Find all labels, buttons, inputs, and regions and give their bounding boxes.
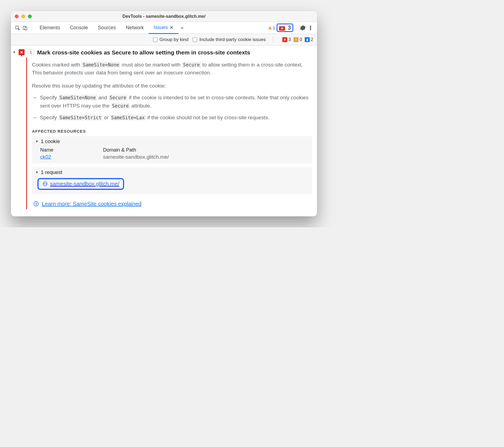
issue-content: Cookies marked with SameSite=None must a…: [26, 57, 314, 209]
tab-issues[interactable]: Issues ✕: [149, 22, 178, 34]
close-window-icon[interactable]: [15, 14, 19, 18]
request-circle-icon: [42, 181, 48, 187]
third-party-checkbox[interactable]: Include third-party cookie issues: [193, 37, 266, 42]
cookie-columns: Name Domain & Path: [40, 147, 309, 153]
filter-bar: Group by kind Include third-party cookie…: [11, 34, 317, 45]
issue-bullet-1: → Specify SameSite=None and Secure if th…: [32, 94, 312, 110]
issue-bullet-2: → Specify SameSite=Strict or SameSite=La…: [32, 114, 312, 121]
more-tabs-icon[interactable]: »: [178, 25, 186, 31]
tab-network[interactable]: Network: [121, 22, 149, 34]
cookies-count: 1 cookie: [41, 138, 60, 144]
col-name: Name: [40, 147, 103, 153]
issue-header-row[interactable]: ▼ ✕ 1 Mark cross-site cookies as Secure …: [13, 49, 314, 56]
request-link-outlined[interactable]: samesite-sandbox.glitch.me/: [37, 178, 124, 190]
svg-point-5: [310, 29, 311, 30]
minimize-window-icon[interactable]: [21, 14, 25, 18]
traffic-lights: [15, 14, 32, 18]
request-url: samesite-sandbox.glitch.me/: [50, 181, 119, 187]
svg-point-7: [34, 202, 39, 206]
issue-paragraph-2: Resolve this issue by updating the attri…: [32, 82, 312, 90]
issue-paragraph-1: Cookies marked with SameSite=None must a…: [32, 61, 312, 77]
info-count-item[interactable]: ▮ 2: [305, 37, 313, 42]
learn-more-link[interactable]: Learn more: SameSite cookies explained: [42, 201, 142, 207]
more-options-icon[interactable]: [307, 24, 314, 32]
cookie-name-link[interactable]: ck02: [40, 154, 51, 160]
tab-bar: Elements Console Sources Network Issues …: [11, 22, 317, 34]
issue-counts: ✕ 3 ! 0 ▮ 2: [282, 37, 313, 42]
third-party-input[interactable]: [193, 37, 197, 42]
error-count: 3: [288, 25, 291, 31]
warn-count-item[interactable]: ! 0: [294, 37, 302, 42]
col-domain: Domain & Path: [103, 147, 136, 153]
tab-console[interactable]: Console: [65, 22, 93, 34]
affected-requests: ▼ 1 request samesite-sandbox.glitch.me/: [32, 167, 312, 194]
warning-count: 1: [273, 25, 275, 30]
code-secure: Secure: [182, 62, 201, 68]
svg-rect-2: [25, 27, 27, 30]
triangle-down-icon: ▼: [35, 140, 39, 143]
separator-icon: [32, 25, 32, 31]
requests-count: 1 request: [41, 169, 62, 175]
group-by-kind-input[interactable]: [153, 37, 157, 42]
expand-icon[interactable]: ▼: [13, 49, 16, 54]
group-by-kind-label: Group by kind: [160, 37, 189, 42]
arrow-circle-icon: [33, 201, 39, 207]
arrow-icon: →: [32, 94, 37, 110]
svg-point-4: [310, 27, 311, 28]
tab-elements[interactable]: Elements: [35, 22, 65, 34]
svg-point-3: [310, 26, 311, 27]
warn-sq-icon: !: [294, 37, 298, 42]
issue-count-pill: 1: [27, 49, 34, 55]
requests-toggle[interactable]: ▼ 1 request: [35, 169, 309, 175]
window-title: DevTools - samesite-sandbox.glitch.me/: [11, 14, 317, 19]
cookie-row: ck02 samesite-sandbox.glitch.me/: [40, 154, 309, 160]
info-n: 2: [311, 37, 313, 42]
arrow-icon: →: [32, 114, 37, 121]
learn-more: Learn more: SameSite cookies explained: [33, 201, 312, 207]
cookies-toggle[interactable]: ▼ 1 cookie: [35, 138, 309, 144]
error-n: 3: [288, 37, 291, 42]
devtools-window: DevTools - samesite-sandbox.glitch.me/ E…: [11, 11, 317, 216]
code-samesite-none: SameSite=None: [82, 62, 120, 68]
error-chip-icon: ✕: [279, 26, 285, 31]
warn-n: 0: [300, 37, 302, 42]
warning-count-badge[interactable]: 1: [266, 25, 277, 30]
affected-cookies: ▼ 1 cookie Name Domain & Path ck02 sames…: [32, 136, 312, 163]
issue-title: Mark cross-site cookies as Secure to all…: [37, 49, 250, 56]
separator-icon: [296, 25, 296, 31]
inspect-icon[interactable]: [14, 24, 21, 32]
issues-body: ▼ ✕ 1 Mark cross-site cookies as Secure …: [11, 45, 317, 216]
error-count-item[interactable]: ✕ 3: [282, 37, 291, 42]
tab-issues-label: Issues: [154, 25, 168, 30]
tab-sources[interactable]: Sources: [93, 22, 121, 34]
close-tab-icon[interactable]: ✕: [169, 25, 174, 31]
info-sq-icon: ▮: [305, 37, 310, 42]
error-count-badge-outlined[interactable]: ✕ 3: [277, 24, 293, 32]
device-icon[interactable]: [21, 24, 29, 32]
group-by-kind-checkbox[interactable]: Group by kind: [153, 37, 189, 42]
zoom-window-icon[interactable]: [28, 14, 32, 18]
affected-resources-label: AFFECTED RESOURCES: [32, 129, 312, 133]
cookie-domain: samesite-sandbox.glitch.me/: [103, 154, 169, 160]
triangle-down-icon: ▼: [35, 170, 39, 174]
separator-icon: [273, 36, 273, 43]
settings-icon[interactable]: [299, 24, 307, 32]
error-badge-icon: ✕: [19, 49, 25, 55]
third-party-label: Include third-party cookie issues: [199, 37, 266, 42]
error-sq-icon: ✕: [282, 37, 287, 42]
titlebar: DevTools - samesite-sandbox.glitch.me/: [11, 11, 317, 22]
